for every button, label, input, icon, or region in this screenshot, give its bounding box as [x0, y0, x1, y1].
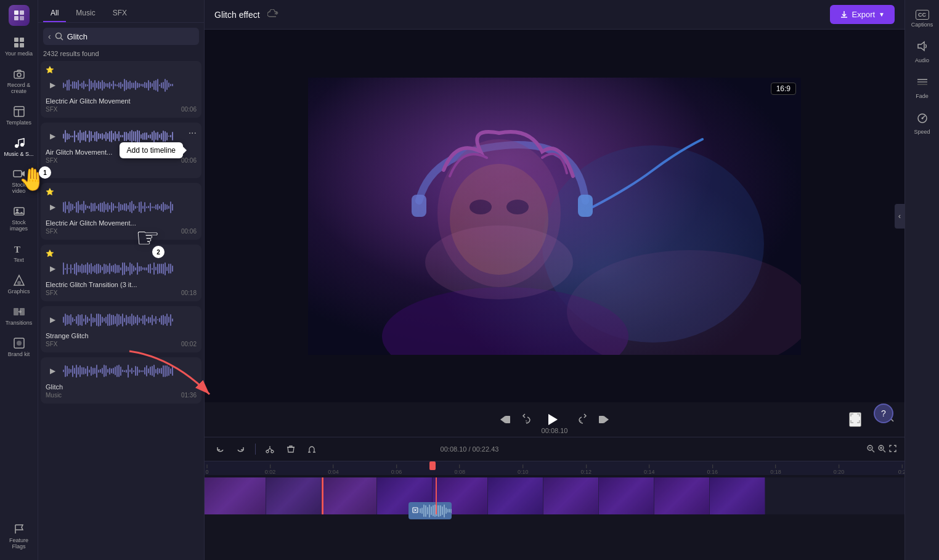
fade-icon	[916, 76, 929, 91]
main-content: Glitch effect Export ▼	[205, 0, 904, 560]
sidebar-item-label: Graphics	[7, 289, 30, 295]
svg-marker-40	[500, 416, 505, 423]
time-display: 00:08.10	[542, 427, 568, 434]
right-sidebar-fade[interactable]: Fade	[905, 71, 940, 104]
left-sidebar: Your media Record &create Templates	[0, 0, 38, 560]
svg-rect-2	[14, 16, 18, 20]
play-btn-2[interactable]: ▶	[46, 129, 59, 143]
tab-sfx[interactable]: SFX	[105, 5, 134, 22]
rewind-button[interactable]	[499, 413, 511, 426]
skip-back-icon: 5	[521, 413, 534, 426]
search-back-button[interactable]: ‹	[48, 31, 51, 41]
tab-all[interactable]: All	[43, 5, 66, 22]
redo-button[interactable]	[233, 441, 249, 457]
svg-point-48	[271, 450, 274, 453]
play-btn-4[interactable]: ▶	[46, 262, 59, 275]
sfx-name-4: Electric Glitch Transition (3 it...	[46, 281, 197, 288]
svg-rect-15	[14, 171, 22, 177]
sfx-item-2[interactable]: ··· ▶ Air Glitch Movement... SFX 00:06 A…	[41, 123, 201, 178]
svg-rect-21	[14, 308, 18, 315]
zoom-out-button[interactable]	[866, 444, 875, 455]
side-panel-collapse-button[interactable]: ‹	[895, 204, 904, 229]
media-tabs: All Music SFX	[38, 0, 204, 23]
skip-back-button[interactable]: 5	[521, 413, 534, 426]
project-title: Glitch effect	[214, 10, 260, 20]
sfx-item-1[interactable]: ⭐ ▶ Electric Air Glitch Movement SFX 00:…	[41, 61, 201, 118]
play-btn-3[interactable]: ▶	[46, 200, 59, 214]
svg-rect-4	[14, 38, 18, 42]
svg-point-25	[55, 33, 61, 39]
svg-rect-0	[14, 10, 18, 15]
sfx-duration-3: 00:06	[181, 228, 197, 235]
sfx-clip[interactable]	[409, 502, 452, 519]
sfx-item-3[interactable]: ⭐ ▶ Electric Air Glitch Movement... SFX …	[41, 183, 201, 240]
play-btn-6[interactable]: ▶	[46, 364, 59, 378]
zoom-fit-button[interactable]	[888, 444, 897, 455]
captions-icon: CC	[916, 10, 929, 20]
tab-music[interactable]: Music	[68, 5, 102, 22]
toolbar-divider	[255, 444, 256, 455]
sidebar-item-feature-flags[interactable]: FeatureFlags	[0, 517, 38, 555]
playhead-handle[interactable]	[429, 461, 436, 470]
sfx-item-5[interactable]: ▶ Strange Glitch SFX 00:02	[41, 306, 201, 352]
sfx-item-6[interactable]: ▶ Glitch Music 01:36	[41, 357, 201, 404]
sidebar-item-transitions[interactable]: Transitions	[0, 300, 38, 331]
play-btn-1[interactable]: ▶	[46, 78, 59, 92]
undo-icon	[216, 445, 224, 453]
redo-icon	[237, 445, 245, 453]
cut-button[interactable]	[262, 441, 278, 457]
sidebar-item-stock-images[interactable]: Stockimages	[0, 200, 38, 237]
sidebar-item-label: Templates	[6, 120, 31, 126]
more-btn-2[interactable]: ···	[189, 128, 197, 139]
sfx-duration-4: 00:18	[181, 290, 197, 296]
sidebar-item-brand-kit[interactable]: Brand kit	[0, 331, 38, 363]
sidebar-item-label: Your media	[5, 51, 33, 57]
delete-icon	[287, 445, 295, 453]
fade-label: Fade	[916, 93, 929, 99]
sidebar-item-record-create[interactable]: Record &create	[0, 62, 38, 100]
delete-button[interactable]	[283, 441, 299, 457]
sidebar-item-text[interactable]: T Text	[0, 237, 38, 269]
play-btn-5[interactable]: ▶	[46, 313, 59, 327]
svg-point-24	[17, 341, 22, 346]
sidebar-item-graphics[interactable]: Graphics	[0, 269, 38, 300]
audio-label: Audio	[915, 57, 929, 63]
svg-point-14	[20, 143, 24, 147]
forward-button[interactable]	[598, 413, 610, 426]
help-button[interactable]: ?	[874, 404, 893, 423]
zoom-out-icon	[866, 444, 875, 453]
brand-icon	[12, 336, 26, 350]
timeline-area: 00:08.10 / 00:22.43	[205, 437, 904, 560]
undo-button[interactable]	[212, 441, 228, 457]
svg-rect-8	[14, 71, 24, 78]
skip-forward-button[interactable]: 5	[575, 413, 588, 426]
right-sidebar-speed[interactable]: Speed	[905, 107, 940, 140]
sidebar-item-templates[interactable]: Templates	[0, 100, 38, 131]
sidebar-item-stock-video[interactable]: Stockvideo	[0, 162, 38, 200]
sidebar-item-your-media[interactable]: Your media	[0, 31, 38, 62]
export-button[interactable]: Export ▼	[830, 5, 895, 24]
sfx-type-3: SFX	[46, 228, 57, 235]
sidebar-item-music-sfx[interactable]: Music & S...	[0, 131, 38, 163]
fullscreen-button[interactable]	[849, 412, 861, 427]
premium-icon-3: ⭐	[46, 188, 54, 196]
video-overlay	[308, 78, 801, 355]
zoom-in-button[interactable]	[877, 444, 886, 455]
right-sidebar-audio[interactable]: Audio	[905, 35, 940, 68]
right-sidebar-captions[interactable]: CC Captions	[905, 5, 940, 33]
svg-line-52	[872, 450, 875, 452]
app-logo	[9, 5, 30, 26]
magnet-button[interactable]	[304, 441, 320, 457]
sidebar-item-label: Text	[14, 258, 24, 264]
sfx-waveform-6: ▶	[46, 362, 197, 379]
image-icon	[12, 205, 26, 218]
svg-rect-1	[20, 10, 24, 15]
forward-icon	[598, 413, 610, 426]
track-thumb-9	[654, 477, 710, 514]
track-thumb-2	[266, 477, 322, 514]
search-input[interactable]	[67, 32, 194, 41]
sfx-item-4[interactable]: ⭐ ▶ Electric Glitch Transition (3 it... …	[41, 245, 201, 301]
svg-text:5: 5	[580, 420, 582, 423]
skip-forward-icon: 5	[575, 413, 588, 426]
sfx-duration-1: 00:06	[181, 106, 197, 113]
